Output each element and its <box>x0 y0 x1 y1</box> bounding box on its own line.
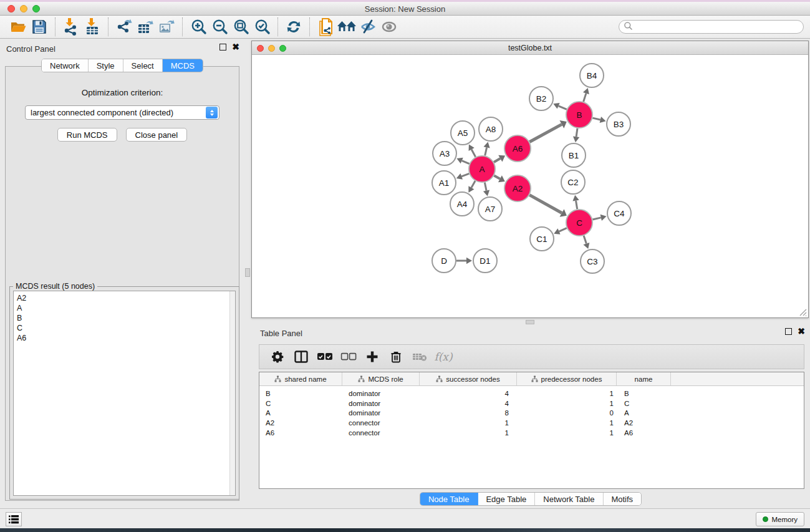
export-table-icon <box>137 18 154 36</box>
table-row[interactable]: Bdominator41B <box>259 389 804 399</box>
list-item[interactable]: A6 <box>14 333 235 343</box>
function-builder-button[interactable]: f(x) <box>432 346 455 367</box>
graph-edge[interactable] <box>462 161 470 164</box>
column-header-predecessor-nodes[interactable]: predecessor nodes <box>517 372 617 385</box>
delete-table-button[interactable] <box>408 346 432 367</box>
list-scrollbar[interactable] <box>229 291 235 495</box>
memory-button[interactable]: Memory <box>756 512 804 526</box>
tab-edge-table[interactable]: Edge Table <box>478 493 535 505</box>
control-panel-title: Control Panel <box>6 44 55 54</box>
delete-column-button[interactable] <box>384 346 408 367</box>
table-row[interactable]: A2connector11A2 <box>259 418 804 428</box>
toolbar-separator <box>55 17 55 36</box>
open-session-button[interactable] <box>7 17 29 37</box>
export-network-button[interactable] <box>113 17 135 37</box>
graph-edge[interactable] <box>461 173 469 176</box>
graph-edge[interactable] <box>592 118 600 120</box>
export-table-button[interactable] <box>135 17 156 37</box>
graph-edge[interactable] <box>485 183 486 191</box>
list-item[interactable]: A <box>14 303 235 313</box>
node-table[interactable]: shared name MCDS role successor nodes pr… <box>259 372 804 489</box>
hide-selected-button[interactable] <box>357 17 378 37</box>
tab-motifs[interactable]: Motifs <box>603 493 641 505</box>
graph-node-label: B4 <box>587 71 597 80</box>
divider-handle[interactable] <box>245 268 250 277</box>
window-title: Session: New Session <box>0 4 810 14</box>
network-canvas[interactable]: B4B2BB3A5A8A6B1A3AC2A1A2A4A7C4CC1C3DD1 <box>252 55 808 317</box>
deselect-all-button[interactable] <box>337 346 360 367</box>
panel-divider-horizontal[interactable] <box>251 318 810 326</box>
export-image-button[interactable] <box>156 17 177 37</box>
trash-icon <box>390 351 402 363</box>
table-row[interactable]: A6connector11A6 <box>259 428 804 438</box>
graph-edge[interactable] <box>485 147 487 155</box>
table-row[interactable]: Adominator80A <box>259 409 804 418</box>
tab-style[interactable]: Style <box>89 59 123 72</box>
new-network-from-selection-button[interactable] <box>315 17 336 37</box>
panel-divider-vertical[interactable] <box>244 39 251 508</box>
graph-edge[interactable] <box>559 106 567 110</box>
run-mcds-button[interactable]: Run MCDS <box>57 128 117 142</box>
table-settings-button[interactable] <box>266 346 289 367</box>
graph-edge[interactable] <box>494 176 500 179</box>
search-field[interactable] <box>619 20 804 34</box>
graph-edge[interactable] <box>584 236 586 244</box>
graph-node-label: C <box>576 218 582 228</box>
close-panel-icon[interactable]: ✖ <box>232 44 239 51</box>
tab-mcds[interactable]: MCDS <box>163 59 203 72</box>
column-header-name[interactable]: name <box>617 372 671 385</box>
refresh-button[interactable] <box>283 17 304 37</box>
optimization-criterion-select[interactable]: largest connected component (directed) <box>25 105 219 120</box>
graph-edge[interactable] <box>559 228 567 231</box>
list-item[interactable]: B <box>14 313 235 323</box>
close-panel-button[interactable]: Close panel <box>126 128 188 142</box>
tab-network[interactable]: Network <box>42 59 89 72</box>
graph-edge[interactable] <box>471 181 475 188</box>
list-item[interactable]: A2 <box>14 293 235 303</box>
zoom-in-button[interactable] <box>188 17 209 37</box>
list-item[interactable]: C <box>14 323 235 333</box>
graph-node-label: D1 <box>480 256 490 266</box>
float-panel-icon[interactable] <box>785 328 792 335</box>
desktop-wallpaper-bottom <box>0 528 810 532</box>
graph-edge[interactable] <box>592 218 600 220</box>
zoom-out-icon <box>211 19 228 36</box>
split-view-button[interactable] <box>289 346 313 367</box>
tab-node-table[interactable]: Node Table <box>420 493 478 505</box>
zoom-out-button[interactable] <box>209 17 230 37</box>
save-session-button[interactable] <box>29 17 50 37</box>
resize-grip-icon[interactable] <box>798 307 807 316</box>
first-neighbors-button[interactable] <box>336 17 357 37</box>
mcds-result-list[interactable]: A2 A B C A6 <box>13 291 236 496</box>
graph-edge[interactable] <box>576 128 577 137</box>
column-header-mcds-role[interactable]: MCDS role <box>342 372 420 385</box>
graph-edge[interactable] <box>584 94 586 102</box>
graph-edge[interactable] <box>471 149 475 157</box>
status-bar: Memory <box>0 508 810 528</box>
table-row[interactable]: Cdominator41C <box>259 399 804 409</box>
show-all-button[interactable] <box>378 17 400 37</box>
float-panel-icon[interactable] <box>219 44 226 51</box>
graph-node-label: C2 <box>567 178 578 187</box>
graph-edge[interactable] <box>529 195 562 213</box>
graph-edge-arrowhead <box>572 195 579 201</box>
task-history-button[interactable] <box>6 512 22 526</box>
graph-edge[interactable] <box>494 158 500 162</box>
close-panel-icon[interactable]: ✖ <box>798 328 805 335</box>
column-header-successor-nodes[interactable]: successor nodes <box>420 372 517 385</box>
add-column-button[interactable] <box>360 346 384 367</box>
graph-edge[interactable] <box>576 201 577 210</box>
graph-edge[interactable] <box>529 124 562 142</box>
tab-select[interactable]: Select <box>123 59 163 72</box>
network-window-titlebar[interactable]: testGlobe.txt <box>252 41 808 55</box>
divider-handle[interactable] <box>526 320 534 324</box>
zoom-fit-button[interactable] <box>230 17 251 37</box>
import-network-button[interactable] <box>60 17 82 37</box>
zoom-selected-button[interactable] <box>251 17 272 37</box>
tab-network-table[interactable]: Network Table <box>535 493 603 505</box>
title-bar[interactable]: Session: New Session <box>0 2 810 16</box>
column-header-shared-name[interactable]: shared name <box>259 372 342 385</box>
import-table-button[interactable] <box>82 17 103 37</box>
select-all-button[interactable] <box>313 346 337 367</box>
search-input[interactable] <box>633 21 803 32</box>
